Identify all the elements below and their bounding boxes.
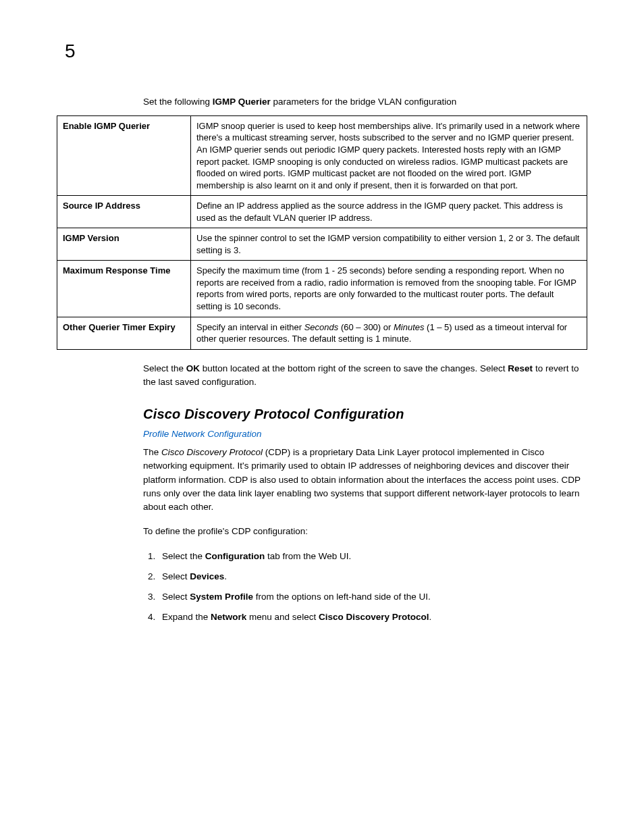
step-item: Select the Configuration tab from the We… xyxy=(158,550,587,563)
text: The xyxy=(143,447,161,457)
text: Expand the xyxy=(162,612,211,622)
intro-bold: IGMP Querier xyxy=(213,97,271,107)
table-row: Source IP Address Define an IP address a… xyxy=(57,196,587,228)
text: button located at the bottom right of th… xyxy=(200,363,508,373)
cdp-description: The Cisco Discovery Protocol (CDP) is a … xyxy=(143,446,587,514)
text: Select xyxy=(162,571,190,581)
step-bold: Devices xyxy=(190,571,224,581)
ok-reset-paragraph: Select the OK button located at the bott… xyxy=(143,362,587,390)
reset-label: Reset xyxy=(508,363,533,373)
table-row: Maximum Response Time Specify the maximu… xyxy=(57,261,587,317)
steps-list: Select the Configuration tab from the We… xyxy=(143,550,587,625)
row-desc: IGMP snoop querier is used to keep host … xyxy=(191,115,587,195)
row-desc-italic: Minutes xyxy=(394,322,425,332)
step-item: Expand the Network menu and select Cisco… xyxy=(158,610,587,624)
row-label: Source IP Address xyxy=(57,196,191,228)
text: . xyxy=(429,612,431,622)
page-content: Set the following IGMP Querier parameter… xyxy=(143,96,587,625)
row-label: Other Querier Timer Expiry xyxy=(57,317,191,349)
row-desc-italic: Seconds xyxy=(304,322,339,332)
row-desc: Define an IP address applied as the sour… xyxy=(191,196,587,228)
row-label: Enable IGMP Querier xyxy=(57,115,191,195)
text: tab from the Web UI. xyxy=(265,551,351,561)
step-item: Select Devices. xyxy=(158,570,587,583)
row-desc-text: (60 – 300) or xyxy=(338,322,394,332)
page: 5 Set the following IGMP Querier paramet… xyxy=(0,0,644,834)
text: Select the xyxy=(162,551,205,561)
row-desc: Specify an interval in either Seconds (6… xyxy=(191,317,587,349)
igmp-querier-table: Enable IGMP Querier IGMP snoop querier i… xyxy=(57,115,587,350)
cdp-term: Cisco Discovery Protocol xyxy=(161,447,263,457)
text: Select xyxy=(162,592,190,602)
table-row: Other Querier Timer Expiry Specify an in… xyxy=(57,317,587,349)
step-bold: Configuration xyxy=(205,551,265,561)
profile-network-configuration-link[interactable]: Profile Network Configuration xyxy=(143,429,587,439)
ok-label: OK xyxy=(186,363,200,373)
row-label: Maximum Response Time xyxy=(57,261,191,317)
intro-prefix: Set the following xyxy=(143,97,213,107)
text: from the options on left-hand side of th… xyxy=(253,592,431,602)
intro-line: Set the following IGMP Querier parameter… xyxy=(143,96,587,109)
intro-suffix: parameters for the bridge VLAN configura… xyxy=(271,97,456,107)
section-heading: Cisco Discovery Protocol Configuration xyxy=(143,407,587,422)
step-bold: Cisco Discovery Protocol xyxy=(319,612,429,622)
step-bold: Network xyxy=(211,612,246,622)
text: menu and select xyxy=(246,612,319,622)
chapter-number: 5 xyxy=(65,41,587,62)
text: . xyxy=(224,571,227,581)
text: Select the xyxy=(143,363,186,373)
step-item: Select System Profile from the options o… xyxy=(158,590,587,604)
step-bold: System Profile xyxy=(190,592,253,602)
table-row: Enable IGMP Querier IGMP snoop querier i… xyxy=(57,115,587,195)
row-desc-text: Specify an interval in either xyxy=(196,322,304,332)
row-label: IGMP Version xyxy=(57,228,191,261)
row-desc: Use the spinner control to set the IGMP … xyxy=(191,228,587,261)
table-row: IGMP Version Use the spinner control to … xyxy=(57,228,587,261)
row-desc: Specify the maximum time (from 1 - 25 se… xyxy=(191,261,587,317)
define-line: To define the profile's CDP configuratio… xyxy=(143,525,587,538)
